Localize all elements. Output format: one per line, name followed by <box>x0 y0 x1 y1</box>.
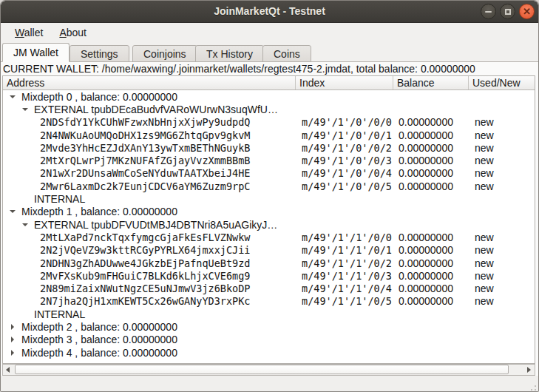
address-row[interactable]: 2N2jVQeVZ9w3kttRCGyPYRLX64jmxxjCJii m/49… <box>3 244 535 257</box>
row-balance: 0.00000000 <box>393 270 469 282</box>
scroll-right-button[interactable] <box>523 365 535 375</box>
expander-icon[interactable] <box>8 322 17 331</box>
address-row[interactable]: 2MvFXsKub9mFHGuiC7BLKd6kLhjxCVE6mg9 m/49… <box>3 269 535 282</box>
row-status: new <box>469 295 535 307</box>
expander-icon[interactable] <box>21 195 30 203</box>
row-balance: 0.00000000 <box>393 295 469 307</box>
row-label: 2N1wXr2DUnsaWmCoSeNYduwTAATXbeiJ4HE <box>40 167 250 179</box>
expander-icon[interactable] <box>8 335 17 344</box>
window-controls: ✕ <box>481 4 535 19</box>
column-header-used-new[interactable]: Used/New <box>469 76 535 89</box>
row-label: 2N7jha2QjH1xmKEWT5Cx26wGANyYD3rxPKc <box>40 295 250 307</box>
address-row[interactable]: 2MtLXaPd7nckTqxfymgcGjaFkEsFLVZNwkw m/49… <box>3 231 535 243</box>
tree-branch-row[interactable]: Mixdepth 0 , balance: 0.00000000 <box>3 90 535 103</box>
row-index: m/49'/1'/0'/0/4 <box>296 167 393 179</box>
minimize-icon <box>485 11 492 13</box>
minimize-button[interactable] <box>481 4 496 19</box>
row-balance: 0.00000000 <box>393 283 469 294</box>
menu-about-rest: bout <box>67 27 87 38</box>
close-button[interactable]: ✕ <box>519 4 535 19</box>
expander-icon[interactable] <box>21 310 30 319</box>
row-index: m/49'/1'/1'/0/0 <box>296 232 393 243</box>
tree-branch-row[interactable]: INTERNAL <box>3 192 535 205</box>
row-status: new <box>469 270 535 282</box>
tree-branch-row[interactable]: Mixdepth 2 , balance: 0.00000000 <box>3 320 535 333</box>
row-balance: 0.00000000 <box>393 180 469 192</box>
tree-branch-row[interactable]: EXTERNAL tpubDFVUDtMBJ4DBTNri8A5uAGikyJ… <box>3 218 535 231</box>
row-label: 2Mvde3YhHcEZJdXAnY13ywTxmBEThNGuykB <box>40 142 250 154</box>
row-status: new <box>469 129 535 141</box>
menu-wallet-mnemonic: W <box>15 27 24 38</box>
resize-grip-icon[interactable] <box>527 382 536 391</box>
tree-branch-row[interactable]: EXTERNAL tpubDEcaBudvfVARoWUrwN3suqWfU… <box>3 103 535 115</box>
tab-coins[interactable]: Coins <box>262 45 311 62</box>
menu-wallet-rest: allet <box>24 27 44 38</box>
row-index: m/49'/1'/1'/0/5 <box>296 295 393 307</box>
maximize-icon <box>505 9 511 15</box>
row-label: 2N4NWKuAoUMQoDHX1zs9MG6ZhtqGpv9gkvM <box>40 129 250 141</box>
row-label: 2NDHN3gZhADUwwe4JGkzbEjPafnqUeBt9zd <box>40 257 250 269</box>
row-index: m/49'/1'/1'/0/2 <box>296 257 393 269</box>
row-balance: 0.00000000 <box>393 244 469 256</box>
scrollbar-thumb[interactable] <box>15 365 509 374</box>
expander-icon[interactable] <box>21 105 30 114</box>
tab-settings[interactable]: Settings <box>70 45 129 62</box>
row-balance: 0.00000000 <box>393 155 469 166</box>
column-header-address[interactable]: Address <box>3 76 296 89</box>
address-row[interactable]: 2N89miZaixNWutNgzCE5uNJmwV3jz6BkoDP m/49… <box>3 282 535 294</box>
address-row[interactable]: 2NDSfdY1YkCUhWFzwxNbHnjxXjwPy9udpdQ m/49… <box>3 116 535 129</box>
row-index: m/49'/1'/1'/0/4 <box>296 283 393 294</box>
row-label: Mixdepth 4 , balance: 0.00000000 <box>21 347 177 359</box>
scroll-right-icon <box>527 367 531 373</box>
row-label: EXTERNAL tpubDEcaBudvfVARoWUrwN3suqWfU… <box>34 104 278 115</box>
window-title: JoinMarketQt - Testnet <box>1 1 538 23</box>
row-status: new <box>469 257 535 269</box>
statusbar <box>1 376 538 392</box>
tree-branch-row[interactable]: Mixdepth 4 , balance: 0.00000000 <box>3 346 535 359</box>
address-row[interactable]: 2N1wXr2DUnsaWmCoSeNYduwTAATXbeiJ4HE m/49… <box>3 167 535 180</box>
tree-header: Address Index Balance Used/New <box>3 76 535 90</box>
row-status: new <box>469 142 535 154</box>
maximize-button[interactable] <box>500 4 515 19</box>
tab-tx-history[interactable]: Tx History <box>195 45 264 62</box>
tab-coinjoins[interactable]: Coinjoins <box>132 45 197 62</box>
expander-icon[interactable] <box>8 348 17 357</box>
tree-branch-row[interactable]: Mixdepth 3 , balance: 0.00000000 <box>3 334 535 346</box>
row-label: 2Mwr6LaxmDc2k7EunjCDCV6aYM6Zuzm9rpC <box>40 180 250 192</box>
row-balance: 0.00000000 <box>393 116 469 128</box>
row-index: m/49'/1'/0'/0/1 <box>296 129 393 141</box>
wallet-tree: Address Index Balance Used/New Mixdepth … <box>2 75 535 364</box>
horizontal-scrollbar[interactable] <box>2 364 535 376</box>
expander-icon[interactable] <box>8 207 17 216</box>
menu-wallet[interactable]: Wallet <box>8 25 50 40</box>
row-status: new <box>469 244 535 256</box>
row-status: new <box>469 232 535 243</box>
column-header-index[interactable]: Index <box>296 76 393 89</box>
titlebar[interactable]: JoinMarketQt - Testnet ✕ <box>1 1 538 23</box>
row-balance: 0.00000000 <box>393 129 469 141</box>
menu-about[interactable]: About <box>52 25 93 40</box>
row-label: INTERNAL <box>34 193 85 205</box>
scroll-left-button[interactable] <box>3 365 14 375</box>
address-row[interactable]: 2Mvde3YhHcEZJdXAnY13ywTxmBEThNGuykB m/49… <box>3 141 535 154</box>
address-row[interactable]: 2Mwr6LaxmDc2k7EunjCDCV6aYM6Zuzm9rpC m/49… <box>3 180 535 192</box>
address-row[interactable]: 2NDHN3gZhADUwwe4JGkzbEjPafnqUeBt9zd m/49… <box>3 257 535 269</box>
row-index: m/49'/1'/0'/0/3 <box>296 155 393 166</box>
row-status: new <box>469 155 535 166</box>
tab-jm-wallet[interactable]: JM Wallet <box>2 43 70 62</box>
tabbar: JM Wallet Settings Coinjoins Tx History … <box>1 42 538 62</box>
tree-branch-row[interactable]: Mixdepth 1 , balance: 0.00000000 <box>3 206 535 218</box>
row-balance: 0.00000000 <box>393 232 469 243</box>
expander-icon[interactable] <box>8 92 17 101</box>
address-row[interactable]: 2N4NWKuAoUMQoDHX1zs9MG6ZhtqGpv9gkvM m/49… <box>3 129 535 141</box>
row-label: 2N2jVQeVZ9w3kttRCGyPYRLX64jmxxjCJii <box>40 244 250 256</box>
row-status: new <box>469 167 535 179</box>
tree-branch-row[interactable]: INTERNAL <box>3 308 535 320</box>
menubar: Wallet About <box>1 23 538 42</box>
row-label: Mixdepth 0 , balance: 0.00000000 <box>21 91 177 103</box>
expander-icon[interactable] <box>21 220 30 229</box>
address-row[interactable]: 2N7jha2QjH1xmKEWT5Cx26wGANyYD3rxPKc m/49… <box>3 295 535 308</box>
address-row[interactable]: 2MtXrQLwrPj7MKzNUFAfZGjayVvzXmmBBmB m/49… <box>3 154 535 166</box>
scrollbar-track[interactable] <box>14 365 523 375</box>
column-header-balance[interactable]: Balance <box>393 76 469 89</box>
